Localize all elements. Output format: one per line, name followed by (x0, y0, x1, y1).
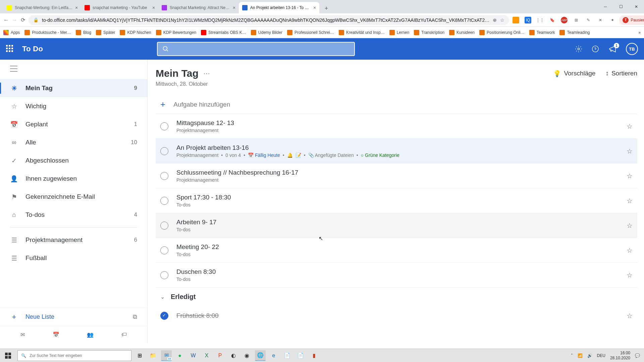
close-icon[interactable]: × (313, 5, 316, 10)
new-tab-button[interactable]: + (321, 3, 331, 13)
close-icon[interactable]: × (152, 5, 155, 10)
outlook[interactable]: ✉94 (161, 350, 172, 361)
complete-checkbox[interactable] (160, 147, 168, 155)
complete-checkbox[interactable] (160, 122, 168, 130)
bookmark[interactable]: Streamlabs OBS K… (201, 30, 246, 35)
spotify[interactable]: ● (174, 350, 185, 361)
star-button[interactable]: ☆ (627, 172, 633, 180)
chrome[interactable]: 🌐 (255, 350, 266, 361)
ext-icon[interactable]: ✦ (609, 17, 616, 23)
star-button[interactable]: ☆ (627, 122, 633, 130)
more-options[interactable]: ⋯ (203, 69, 211, 77)
excel[interactable]: X (201, 350, 212, 361)
word[interactable]: W (188, 350, 199, 361)
sidebar-item-todos[interactable]: ⌂ To-dos 4 (0, 206, 147, 224)
obs[interactable]: ◉ (241, 350, 252, 361)
sidebar-item-wichtig[interactable]: ☆ Wichtig (0, 97, 147, 115)
help-button[interactable] (592, 45, 599, 53)
tray-notifications[interactable]: 💬 (635, 353, 640, 358)
settings-button[interactable] (575, 45, 582, 53)
ext-icon[interactable]: ⊞ (573, 17, 580, 23)
bookmark[interactable]: Kursideen (449, 30, 475, 35)
forward-button[interactable]: → (12, 16, 17, 24)
bookmark-overflow[interactable]: » (638, 30, 641, 35)
edge[interactable]: e (268, 350, 279, 361)
complete-checkbox[interactable] (160, 222, 168, 230)
new-list-button[interactable]: + Neue Liste ⧉ (0, 308, 147, 326)
start-button[interactable] (0, 349, 16, 362)
app2[interactable]: ▮ (309, 350, 319, 361)
avatar[interactable]: TB (626, 43, 638, 55)
bookmark[interactable]: Blog (76, 30, 91, 35)
star-button[interactable]: ☆ (627, 271, 633, 279)
task-view[interactable]: ⊞ (134, 350, 145, 361)
bookmark[interactable]: Kreativität und Insp… (339, 30, 385, 35)
taskbar-search[interactable]: 🔍 Zur Suche Text hier eingeben (17, 350, 131, 361)
complete-checkbox[interactable] (160, 172, 168, 180)
reload-button[interactable]: ⟳ (21, 16, 25, 24)
bookmark-apps[interactable]: Apps (3, 30, 20, 35)
bookmark[interactable]: Teamwork (529, 30, 555, 35)
bookmark[interactable]: Produktsuche - Mer… (24, 30, 71, 35)
group-icon[interactable]: ⧉ (133, 313, 137, 320)
task-row[interactable]: Mittagspause 12- 13 Projektmanagement ☆ (156, 114, 637, 139)
ext-icon[interactable]: 🔖 (549, 17, 555, 23)
mail-icon[interactable]: ✉ (20, 331, 25, 338)
sidebar-item-abgeschlossen[interactable]: ✓ Abgeschlossen (0, 152, 147, 170)
app-launcher-icon[interactable] (6, 45, 14, 53)
star-button[interactable]: ☆ (627, 312, 633, 320)
close-icon[interactable]: × (233, 5, 235, 10)
people-icon[interactable]: 👥 (87, 331, 94, 338)
task-row[interactable]: Arbeiten 9- 17 To-dos ☆ (156, 213, 637, 238)
star-button[interactable]: ☆ (627, 246, 633, 254)
task-row[interactable]: Meeting 20- 22 To-dos ☆ (156, 238, 637, 263)
window-maximize[interactable]: ☐ (613, 0, 629, 13)
sort-button[interactable]: ↕ Sortieren (605, 70, 637, 77)
ext-icon[interactable]: ✎ (585, 17, 592, 23)
ext-icon[interactable]: ABP (561, 17, 568, 23)
bookmark[interactable]: Transkription (414, 30, 444, 35)
sidebar-list-fussball[interactable]: ☰ Fußball (0, 249, 147, 267)
bookmark[interactable]: Später (96, 30, 115, 35)
tray-clock[interactable]: 16:00 28.10.2020 (610, 351, 630, 360)
tab-youtube[interactable]: snapchat marketing - YouTube × (81, 2, 158, 13)
tab-udemy[interactable]: Snapchat Marketing: Attract New… × (158, 2, 239, 13)
tray-chevron[interactable]: ˄ (571, 353, 573, 358)
zoom-icon[interactable]: ⊕ (493, 17, 497, 23)
ext-icon[interactable]: ✕ (597, 17, 604, 23)
ext-icon[interactable] (513, 17, 519, 23)
notifications-button[interactable]: 1 (608, 45, 616, 53)
tray-volume[interactable]: 🔊 (587, 353, 592, 358)
sidebar-item-geplant[interactable]: 📅 Geplant 1 (0, 115, 147, 133)
task-row[interactable]: Frühstück 8:00 ☆ (156, 303, 637, 328)
window-minimize[interactable]: ─ (598, 0, 613, 13)
bookmark[interactable]: KDP Bewertungen (156, 30, 197, 35)
notepad[interactable]: 📄 (282, 350, 292, 361)
file-explorer[interactable]: 📁 (148, 350, 158, 361)
tray-lang[interactable]: DEU (597, 353, 605, 358)
window-close[interactable]: ✕ (629, 0, 644, 13)
ext-icon[interactable]: ⋮⋮ (537, 17, 543, 23)
task-row[interactable]: Duschen 8:30 To-dos ☆ (156, 263, 637, 288)
calendar-icon[interactable]: 📅 (53, 331, 59, 338)
add-task-input[interactable]: + Aufgabe hinzufügen (156, 95, 637, 114)
complete-checkbox[interactable] (160, 271, 168, 279)
sidebar-item-email[interactable]: ⚑ Gekennzeichnete E-Mail (0, 188, 147, 206)
tab-todo[interactable]: An Projekt arbeiten 13-16 - To D… × (239, 2, 319, 13)
bookmark[interactable]: Teamleading (559, 30, 590, 35)
task-row[interactable]: Schlussmeeting // Nachbesprechung 16-17 … (156, 164, 637, 188)
bookmark[interactable]: Professionell Schrei… (287, 30, 334, 35)
star-icon[interactable]: ☆ (500, 17, 504, 23)
notepad2[interactable]: 📄 (295, 350, 306, 361)
sidebar-list-projektmanagement[interactable]: ☰ Projektmanagement 6 (0, 231, 147, 249)
completed-section-header[interactable]: ⌄ Erledigt (156, 288, 637, 303)
star-button[interactable]: ☆ (627, 147, 633, 155)
tab-snapchat-werbung[interactable]: Snapchat-Werbung: Ein Leitfa… × (3, 2, 81, 13)
back-button[interactable]: ← (3, 16, 9, 24)
task-row[interactable]: Sport 17:30 - 18:30 To-dos ☆ (156, 188, 637, 213)
sidebar-item-mein-tag[interactable]: ☀ Mein Tag 9 (0, 79, 147, 97)
task-row[interactable]: An Projekt arbeiten 13-16 Projektmanagem… (156, 139, 637, 164)
ext-icon[interactable]: IQ (525, 17, 531, 23)
sidebar-item-zugewiesen[interactable]: 👤 Ihnen zugewiesen (0, 170, 147, 188)
app[interactable]: ◐ (228, 350, 239, 361)
